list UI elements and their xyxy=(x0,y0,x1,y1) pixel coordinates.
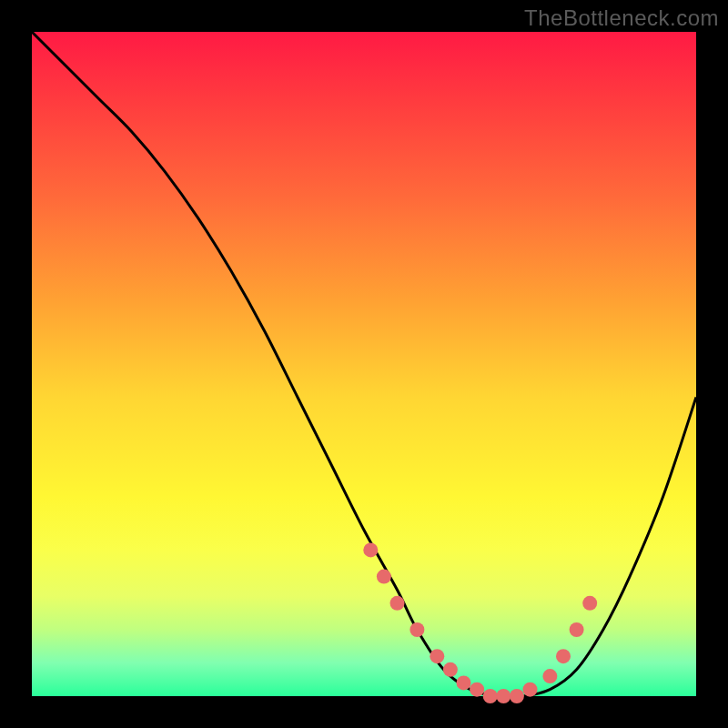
highlight-dot xyxy=(430,649,444,663)
highlight-dot xyxy=(582,596,597,611)
highlight-dot xyxy=(377,570,391,584)
watermark-text: TheBottleneck.com xyxy=(524,5,719,31)
highlight-dot xyxy=(363,542,378,557)
plot-area xyxy=(32,32,696,696)
highlight-dot xyxy=(523,682,538,697)
highlight-dot xyxy=(410,622,424,637)
curve-group xyxy=(32,32,696,697)
highlight-dot xyxy=(470,682,484,697)
highlight-dot xyxy=(570,622,584,637)
chart-frame: TheBottleneck.com xyxy=(0,0,728,728)
highlight-dot xyxy=(443,662,458,677)
bottleneck-curve xyxy=(32,32,696,697)
highlight-dot xyxy=(457,675,471,690)
marker-group xyxy=(363,542,597,703)
chart-svg xyxy=(32,32,696,696)
highlight-dot xyxy=(390,596,405,611)
highlight-dot xyxy=(496,689,511,703)
highlight-dot xyxy=(542,669,557,683)
highlight-dot xyxy=(483,689,498,703)
highlight-dot xyxy=(556,649,571,663)
highlight-dot xyxy=(510,689,524,703)
